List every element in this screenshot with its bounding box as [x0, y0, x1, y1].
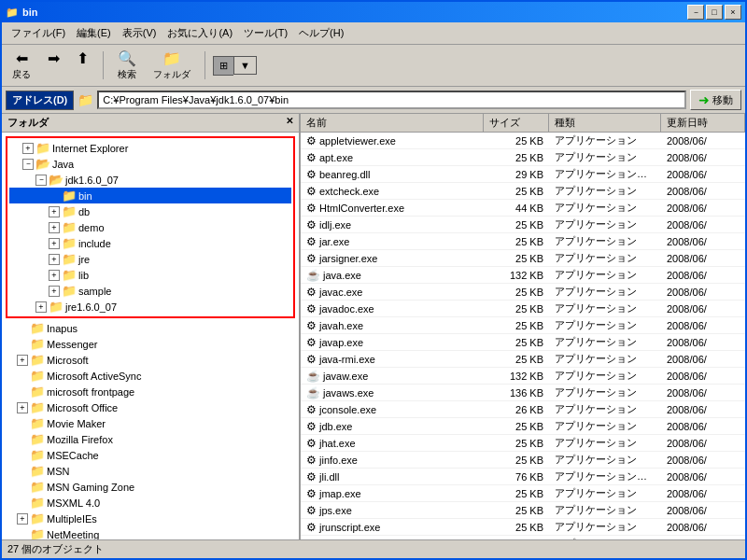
expand-jdk[interactable]: －	[35, 175, 47, 186]
expand-db[interactable]: +	[49, 206, 60, 217]
file-row[interactable]: ⚙ jinfo.exe 25 KB アプリケーション 2008/06/	[301, 452, 745, 469]
tree-item-microsoft-frontpage[interactable]: 📁 microsoft frontpage	[4, 384, 297, 399]
menu-tools[interactable]: ツール(T)	[238, 24, 293, 42]
menu-file[interactable]: ファイル(F)	[6, 24, 71, 42]
tree-item-demo[interactable]: + 📁 demo	[9, 219, 291, 235]
expand-include[interactable]: +	[49, 238, 60, 249]
file-name: ⚙ jarsigner.exe	[301, 251, 484, 266]
file-row[interactable]: ⚙ idlj.exe 25 KB アプリケーション 2008/06/	[301, 217, 745, 233]
menu-edit[interactable]: 編集(E)	[71, 24, 117, 42]
tree-item-microsoft-office[interactable]: + 📁 Microsoft Office	[4, 399, 297, 415]
file-type: アプリケーション	[549, 385, 661, 400]
tree-item-jre[interactable]: + 📁 jre	[9, 251, 291, 267]
tree-item-multiple-ies[interactable]: + 📁 MultipleIEs	[4, 511, 297, 526]
tree-item-msn-gaming-zone[interactable]: 📁 MSN Gaming Zone	[4, 479, 297, 495]
tree-item-sample[interactable]: + 📁 sample	[9, 283, 291, 299]
folder-icon: 📁	[30, 416, 45, 430]
tree-item-inapus[interactable]: 📁 Inapus	[4, 320, 297, 336]
file-icon: ⚙	[306, 185, 317, 198]
file-row[interactable]: ⚙ jconsole.exe 26 KB アプリケーション 2008/06/	[301, 401, 745, 418]
menu-favorites[interactable]: お気に入り(A)	[162, 24, 238, 42]
address-input[interactable]	[97, 91, 686, 109]
tree-item-db[interactable]: + 📁 db	[9, 203, 291, 219]
status-bar: 27 個のオブジェクト	[2, 539, 745, 558]
file-row[interactable]: ⚙ extcheck.exe 25 KB アプリケーション 2008/06/	[301, 183, 745, 200]
expand-microsoft[interactable]: +	[17, 355, 28, 366]
file-row[interactable]: ⚙ jar.exe 25 KB アプリケーション 2008/06/	[301, 233, 745, 250]
file-row[interactable]: ⚙ jli.dll 76 KB アプリケーション拡張 2008/06/	[301, 469, 745, 485]
expand-jre1607[interactable]: +	[35, 301, 47, 313]
file-row[interactable]: ⚙ javap.exe 25 KB アプリケーション 2008/06/	[301, 334, 745, 351]
tree-item-jre1607[interactable]: + 📁 jre1.6.0_07	[9, 299, 291, 315]
close-button[interactable]: ×	[725, 5, 741, 20]
view-details-button[interactable]: ⊞	[213, 56, 233, 76]
tree-label: demo	[78, 222, 105, 233]
file-row[interactable]: ⚙ jhat.exe 25 KB アプリケーション 2008/06/	[301, 435, 745, 452]
tree-view[interactable]: + 📁 Internet Explorer － 📂 Java － 📂	[2, 133, 299, 539]
file-row[interactable]: ⚙ appletviewer.exe 25 KB アプリケーション 2008/0…	[301, 133, 745, 149]
tree-item-lib[interactable]: + 📁 lib	[9, 267, 291, 283]
tree-item-mozilla-firefox[interactable]: 📁 Mozilla Firefox	[4, 431, 297, 447]
forward-button[interactable]: ➡	[41, 47, 66, 84]
col-name[interactable]: 名前	[301, 114, 484, 132]
file-type: アプリケーション	[549, 233, 661, 249]
file-date: 2008/06/	[661, 134, 745, 147]
expand-sample[interactable]: +	[49, 286, 60, 297]
file-row[interactable]: ☕ javaws.exe 136 KB アプリケーション 2008/06/	[301, 385, 745, 401]
col-type[interactable]: 種類	[549, 114, 661, 132]
file-row[interactable]: ⚙ java-rmi.exe 25 KB アプリケーション 2008/06/	[301, 351, 745, 368]
tree-item-msecache[interactable]: 📁 MSECache	[4, 447, 297, 463]
col-date[interactable]: 更新日時	[661, 114, 745, 132]
tree-item-messenger[interactable]: 📁 Messenger	[4, 336, 297, 352]
file-row[interactable]: ⚙ jmap.exe 25 KB アプリケーション 2008/06/	[301, 485, 745, 502]
file-row[interactable]: ⚙ jrunscript.exe 25 KB アプリケーション 2008/06/	[301, 519, 745, 536]
tree-item-jdk[interactable]: － 📂 jdk1.6.0_07	[9, 172, 291, 188]
file-name: ⚙ jhat.exe	[301, 436, 484, 451]
file-row[interactable]: ⚙ apt.exe 25 KB アプリケーション 2008/06/	[301, 149, 745, 166]
expand-demo[interactable]: +	[49, 222, 60, 233]
col-size[interactable]: サイズ	[484, 114, 549, 132]
go-button[interactable]: ➜ 移動	[690, 90, 741, 110]
address-label: アドレス(D)	[6, 91, 74, 110]
file-row[interactable]: ☕ javaw.exe 132 KB アプリケーション 2008/06/	[301, 368, 745, 385]
file-size: 25 KB	[484, 252, 549, 265]
maximize-button[interactable]: □	[706, 5, 723, 20]
folders-button[interactable]: 📁 フォルダ	[147, 47, 197, 84]
file-row[interactable]: ⚙ javac.exe 25 KB アプリケーション 2008/06/	[301, 284, 745, 301]
expand-jre[interactable]: +	[49, 254, 60, 265]
tree-item-include[interactable]: + 📁 include	[9, 235, 291, 251]
panel-close-button[interactable]: ✕	[286, 116, 293, 130]
file-row[interactable]: ⚙ jps.exe 25 KB アプリケーション 2008/06/	[301, 502, 745, 519]
tree-item-movie-maker[interactable]: 📁 Movie Maker	[4, 415, 297, 431]
expand-internet-explorer[interactable]: +	[22, 143, 34, 154]
tree-item-java[interactable]: － 📂 Java	[9, 156, 291, 172]
expand-lib[interactable]: +	[49, 270, 60, 281]
expand-multiple-ies[interactable]: +	[17, 513, 28, 525]
window-title: bin	[22, 7, 38, 18]
file-row[interactable]: ⚙ javadoc.exe 25 KB アプリケーション 2008/06/	[301, 301, 745, 317]
file-date: 2008/06/	[661, 437, 745, 450]
file-row[interactable]: ⚙ javah.exe 25 KB アプリケーション 2008/06/	[301, 317, 745, 334]
expand-java[interactable]: －	[22, 159, 34, 170]
tree-item-msn[interactable]: 📁 MSN	[4, 463, 297, 479]
up-button[interactable]: ⬆	[70, 47, 95, 84]
tree-item-netmeeting[interactable]: 📁 NetMeeting	[4, 526, 297, 539]
tree-item-internet-explorer[interactable]: + 📁 Internet Explorer	[9, 140, 291, 156]
tree-item-msxml40[interactable]: 📁 MSXML 4.0	[4, 495, 297, 511]
back-button[interactable]: ⬅ 戻る	[6, 47, 37, 84]
expand-microsoft-office[interactable]: +	[17, 402, 28, 413]
file-list[interactable]: ⚙ appletviewer.exe 25 KB アプリケーション 2008/0…	[301, 133, 745, 539]
file-row[interactable]: ⚙ beanreg.dll 29 KB アプリケーション拡張 2008/06/	[301, 166, 745, 183]
search-button[interactable]: 🔍 検索	[111, 47, 143, 84]
menu-help[interactable]: ヘルプ(H)	[293, 24, 349, 42]
file-row[interactable]: ⚙ jdb.exe 25 KB アプリケーション 2008/06/	[301, 418, 745, 435]
view-dropdown-button[interactable]: ▼	[233, 56, 257, 75]
file-row[interactable]: ⚙ jarsigner.exe 25 KB アプリケーション 2008/06/	[301, 250, 745, 267]
file-row[interactable]: ☕ java.exe 132 KB アプリケーション 2008/06/	[301, 267, 745, 284]
menu-view[interactable]: 表示(V)	[117, 24, 162, 42]
minimize-button[interactable]: －	[687, 5, 704, 20]
tree-item-microsoft[interactable]: + 📁 Microsoft	[4, 352, 297, 368]
file-row[interactable]: ⚙ HtmlConverter.exe 44 KB アプリケーション 2008/…	[301, 200, 745, 217]
tree-item-microsoft-activesync[interactable]: 📁 Microsoft ActiveSync	[4, 368, 297, 384]
tree-item-bin[interactable]: 📁 bin	[9, 188, 291, 203]
